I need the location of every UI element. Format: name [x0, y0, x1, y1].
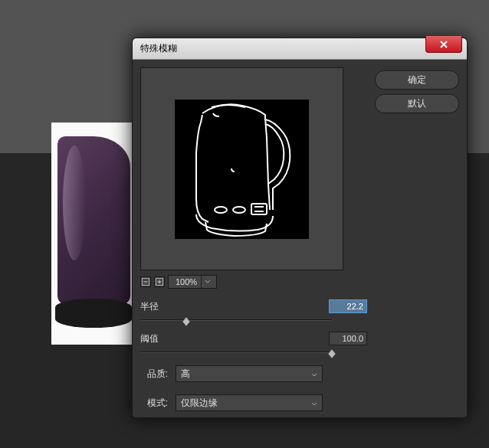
mode-row: 模式: 仅限边缘 — [140, 394, 367, 411]
dialog-title: 特殊模糊 — [140, 42, 177, 55]
default-button[interactable]: 默认 — [375, 94, 459, 113]
zoom-controls: 100% — [140, 275, 367, 289]
dialog-body: 100% 半径 22.2 阈值 — [133, 60, 467, 419]
close-button[interactable] — [425, 36, 462, 53]
kettle-highlight — [63, 146, 86, 260]
chevron-down-icon — [201, 276, 213, 288]
zoom-select[interactable]: 100% — [168, 275, 217, 289]
zoom-out-button[interactable] — [140, 276, 151, 287]
radius-slider-thumb[interactable] — [182, 317, 190, 326]
radius-slider[interactable] — [140, 319, 332, 321]
threshold-slider[interactable] — [140, 352, 332, 353]
mode-value: 仅限边缘 — [181, 397, 311, 410]
background-document-image — [51, 123, 132, 345]
radius-row: 半径 22.2 — [140, 299, 367, 321]
quality-dropdown[interactable]: 高 — [176, 365, 323, 382]
chevron-down-icon — [311, 396, 317, 410]
dialog-left-column: 100% 半径 22.2 阈值 — [140, 67, 367, 411]
dialog-right-column: 确定 默认 — [375, 67, 459, 411]
preview-image — [175, 100, 309, 239]
svg-rect-0 — [175, 100, 309, 239]
mode-dropdown[interactable]: 仅限边缘 — [176, 394, 323, 411]
ok-button[interactable]: 确定 — [375, 70, 459, 90]
threshold-row: 阈值 100.0 — [140, 332, 367, 353]
quality-row: 品质: 高 — [140, 365, 367, 382]
quality-label: 品质: — [140, 368, 168, 381]
radius-input[interactable]: 22.2 — [329, 299, 367, 313]
threshold-label: 阈值 — [140, 332, 159, 345]
zoom-in-button[interactable] — [154, 276, 165, 287]
minus-icon — [142, 278, 149, 286]
threshold-input[interactable]: 100.0 — [329, 332, 367, 345]
quality-value: 高 — [181, 368, 311, 381]
radius-label: 半径 — [140, 300, 159, 313]
kettle-base — [55, 299, 132, 328]
threshold-slider-thumb[interactable] — [328, 349, 336, 358]
dialog-titlebar[interactable]: 特殊模糊 — [133, 38, 467, 60]
edge-preview-svg — [175, 100, 309, 239]
zoom-value: 100% — [172, 277, 201, 286]
mode-label: 模式: — [140, 397, 168, 410]
chevron-down-icon — [311, 367, 317, 381]
plus-icon — [156, 278, 163, 286]
smart-blur-dialog: 特殊模糊 — [132, 38, 468, 418]
preview-box[interactable] — [140, 67, 343, 270]
close-icon — [439, 40, 448, 49]
